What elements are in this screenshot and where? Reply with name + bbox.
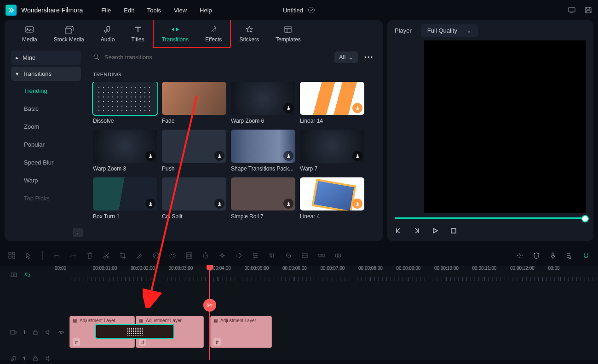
menu-view[interactable]: View bbox=[174, 7, 187, 14]
mute-track-icon[interactable] bbox=[45, 355, 52, 362]
link-toggle-icon[interactable] bbox=[24, 271, 31, 279]
transition-thumbnail[interactable] bbox=[162, 82, 226, 115]
mixer-icon[interactable] bbox=[268, 252, 276, 259]
collapse-sidebar-button[interactable] bbox=[73, 228, 83, 237]
playlist-icon[interactable] bbox=[566, 252, 573, 259]
download-icon[interactable] bbox=[214, 151, 224, 161]
transition-thumbnail[interactable] bbox=[93, 177, 157, 210]
tracks-area[interactable]: ▦Adjustment Layer ⇵ ▦Adjustment Layer ⇵ … bbox=[67, 281, 598, 360]
tab-audio[interactable]: Audio bbox=[92, 20, 123, 47]
transition-thumbnail[interactable] bbox=[231, 82, 295, 115]
tab-media[interactable]: Media bbox=[14, 20, 46, 47]
lock-track-icon[interactable] bbox=[32, 329, 39, 336]
transition-card[interactable]: Linear 14 bbox=[300, 82, 364, 124]
download-icon[interactable] bbox=[283, 199, 293, 209]
category-mine[interactable]: ▸ Mine bbox=[11, 51, 81, 65]
time-ruler[interactable]: 00:0000:00:01:0000:00:02:0000:00:03:0000… bbox=[67, 266, 598, 281]
transition-thumbnail[interactable] bbox=[93, 130, 157, 163]
clip-adjustment-3[interactable]: ▦Adjustment Layer ⇵ bbox=[210, 316, 272, 348]
transition-thumbnail[interactable] bbox=[231, 130, 295, 163]
subcat-basic[interactable]: Basic bbox=[11, 101, 81, 117]
tab-effects[interactable]: Effects bbox=[197, 20, 230, 47]
menu-help[interactable]: Help bbox=[200, 7, 212, 14]
download-icon[interactable] bbox=[283, 103, 293, 113]
transition-card[interactable]: Fade bbox=[162, 82, 226, 124]
subcat-zoom[interactable]: Zoom bbox=[11, 119, 81, 135]
transition-thumbnail[interactable] bbox=[93, 82, 157, 115]
quality-dropdown[interactable]: Full Quality ⌄ bbox=[421, 24, 478, 37]
split-button[interactable]: ✄ bbox=[203, 299, 216, 312]
speed-icon[interactable] bbox=[152, 252, 160, 259]
transition-thumbnail[interactable] bbox=[300, 177, 364, 210]
transition-card[interactable]: Box Turn 1 bbox=[93, 177, 157, 220]
group-icon[interactable] bbox=[318, 252, 325, 259]
menu-edit[interactable]: Edit bbox=[124, 7, 134, 14]
search-input[interactable] bbox=[104, 54, 334, 61]
transition-card[interactable]: Simple Roll 7 bbox=[231, 177, 295, 220]
timer-icon[interactable] bbox=[202, 252, 209, 259]
pointer-icon[interactable] bbox=[25, 252, 32, 259]
download-icon[interactable] bbox=[352, 151, 362, 161]
transition-card[interactable]: Warp Zoom 3 bbox=[93, 130, 157, 172]
download-icon[interactable] bbox=[283, 151, 293, 161]
scrub-bar[interactable] bbox=[395, 217, 586, 219]
delete-icon[interactable] bbox=[86, 252, 93, 259]
download-icon[interactable] bbox=[145, 199, 155, 209]
category-transitions[interactable]: ▾ Transitions bbox=[11, 67, 81, 81]
transition-thumbnail[interactable] bbox=[162, 130, 226, 163]
playhead[interactable]: ✄ bbox=[209, 266, 210, 360]
subcat-warp[interactable]: Warp bbox=[11, 172, 81, 188]
tab-stock-media[interactable]: Stock Media bbox=[46, 20, 92, 47]
lock-track-icon[interactable] bbox=[32, 355, 39, 362]
play-button[interactable] bbox=[431, 227, 439, 234]
crop-icon[interactable] bbox=[119, 252, 126, 259]
redo-icon[interactable] bbox=[69, 252, 77, 259]
link-icon[interactable] bbox=[285, 252, 292, 259]
transition-card[interactable]: Warp Zoom 6 bbox=[231, 82, 295, 124]
transition-card[interactable]: Shape Transitions Pack... bbox=[231, 130, 295, 172]
mic-icon[interactable] bbox=[549, 252, 557, 259]
cut-icon[interactable] bbox=[103, 252, 110, 259]
undo-icon[interactable] bbox=[53, 252, 60, 259]
magnet-icon[interactable] bbox=[582, 252, 590, 259]
mute-track-icon[interactable] bbox=[45, 329, 52, 336]
subcat-top-picks[interactable]: Top Picks bbox=[11, 190, 81, 206]
layout-icon[interactable] bbox=[8, 252, 16, 259]
menu-tools[interactable]: Tools bbox=[147, 7, 161, 14]
transition-thumbnail[interactable] bbox=[300, 130, 364, 163]
prev-frame-button[interactable] bbox=[395, 227, 402, 234]
transition-card[interactable]: Col Split bbox=[162, 177, 226, 220]
subtitle-icon[interactable] bbox=[301, 252, 309, 259]
download-icon[interactable] bbox=[145, 151, 155, 161]
tab-transitions[interactable]: Transitions bbox=[154, 20, 197, 47]
tracking-icon[interactable] bbox=[218, 252, 226, 259]
transition-thumbnail[interactable] bbox=[231, 177, 295, 210]
filter-button[interactable]: All ⌄ bbox=[334, 51, 358, 63]
more-options-button[interactable]: ••• bbox=[364, 54, 374, 61]
download-icon[interactable] bbox=[352, 199, 362, 209]
preview-canvas[interactable] bbox=[424, 40, 586, 213]
shield-icon[interactable] bbox=[533, 252, 540, 259]
display-settings-icon[interactable] bbox=[568, 6, 576, 14]
applied-transition[interactable] bbox=[95, 324, 174, 339]
color-icon[interactable] bbox=[169, 252, 176, 259]
edit-icon[interactable] bbox=[136, 252, 143, 259]
download-icon[interactable] bbox=[214, 199, 224, 209]
transition-card[interactable]: Linear 4 bbox=[300, 177, 364, 220]
download-icon[interactable] bbox=[352, 103, 362, 113]
mask-icon[interactable] bbox=[334, 252, 342, 259]
add-track-icon[interactable] bbox=[10, 271, 17, 279]
tab-templates[interactable]: Templates bbox=[267, 20, 309, 47]
next-frame-button[interactable] bbox=[413, 227, 420, 234]
transition-thumbnail[interactable] bbox=[162, 177, 226, 210]
greenscreen-icon[interactable] bbox=[185, 252, 193, 259]
visible-track-icon[interactable] bbox=[58, 329, 64, 336]
tab-stickers[interactable]: Stickers bbox=[231, 20, 267, 47]
transition-card[interactable]: Dissolve bbox=[93, 82, 157, 124]
save-icon[interactable] bbox=[584, 6, 592, 14]
transition-card[interactable]: Push bbox=[162, 130, 226, 172]
menu-file[interactable]: File bbox=[101, 7, 111, 14]
tab-titles[interactable]: Titles bbox=[123, 20, 152, 47]
subcat-speed-blur[interactable]: Speed Blur bbox=[11, 154, 81, 171]
keyframe-icon[interactable] bbox=[235, 252, 242, 259]
